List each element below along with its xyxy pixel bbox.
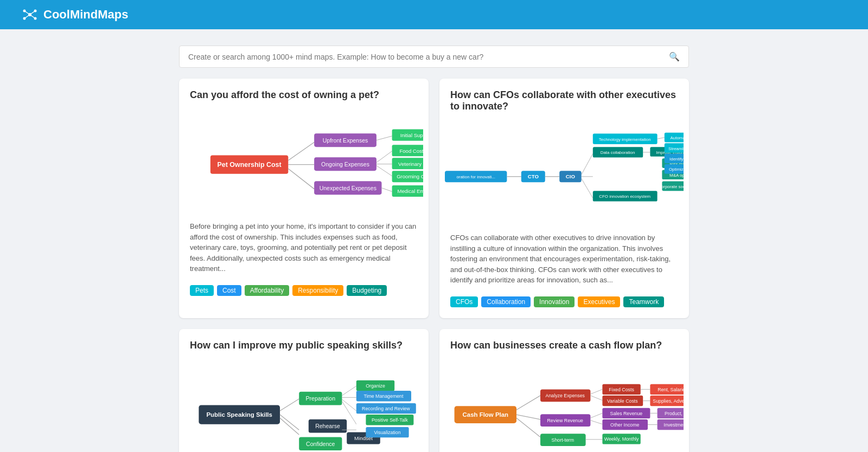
svg-line-27 xyxy=(376,166,392,176)
svg-line-102 xyxy=(516,418,540,437)
card-pet-tags: Pets Cost Affordability Responsibility B… xyxy=(179,280,429,307)
svg-text:Corporate social responsibili.: Corporate social responsibili... xyxy=(658,184,684,189)
svg-line-7 xyxy=(24,15,30,18)
svg-text:Unexpected Expenses: Unexpected Expenses xyxy=(320,185,376,191)
svg-line-13 xyxy=(288,169,314,189)
svg-text:Weekly, Monthly: Weekly, Monthly xyxy=(604,436,639,442)
svg-text:Technology implementation: Technology implementation xyxy=(599,137,651,142)
search-container: 🔍 xyxy=(168,46,700,68)
svg-text:CTO: CTO xyxy=(528,173,539,179)
card-cfo-desc: CFOs can collaborate with other executiv… xyxy=(439,226,689,291)
svg-line-105 xyxy=(590,389,602,394)
card-speaking-title: How can I improve my public speaking ski… xyxy=(179,329,429,357)
header: CoolMindMaps xyxy=(0,0,868,29)
svg-text:Confidence: Confidence xyxy=(306,441,335,447)
card-pet-desc: Before bringing a pet into your home, it… xyxy=(179,215,429,280)
card-cashflow-title: How can businesses create a cash flow pl… xyxy=(439,329,689,357)
card-cfo-diagram: oration for innovati... CTO CIO Technolo… xyxy=(439,118,689,226)
svg-line-6 xyxy=(30,11,35,15)
svg-line-125 xyxy=(590,420,602,424)
svg-text:Other Income: Other Income xyxy=(610,422,639,428)
svg-text:Rehearse: Rehearse xyxy=(315,422,340,429)
tag-responsibility[interactable]: Responsibility xyxy=(292,285,343,296)
svg-text:Grooming Costs: Grooming Costs xyxy=(397,173,423,179)
logo-icon xyxy=(22,7,38,23)
svg-text:Public Speaking Skills: Public Speaking Skills xyxy=(206,411,272,418)
svg-text:Medical Emergencies: Medical Emergencies xyxy=(397,188,423,194)
svg-line-88 xyxy=(280,418,299,435)
search-bar: 🔍 xyxy=(179,46,689,68)
card-pet-title: Can you afford the cost of owning a pet? xyxy=(179,79,429,106)
svg-line-73 xyxy=(280,415,299,430)
card-pet-diagram: Pet Ownership Cost Upfront Expenses Init… xyxy=(179,106,429,215)
card-speaking[interactable]: How can I improve my public speaking ski… xyxy=(179,329,429,453)
svg-text:oration for innovati...: oration for innovati... xyxy=(456,175,495,179)
svg-text:Rent, Salaries: Rent, Salaries xyxy=(658,386,684,392)
card-cashflow[interactable]: How can businesses create a cash flow pl… xyxy=(439,329,689,453)
svg-text:Cash Flow Plan: Cash Flow Plan xyxy=(463,411,509,418)
tag-executives[interactable]: Executives xyxy=(578,296,620,307)
cards-grid: Can you afford the cost of owning a pet?… xyxy=(168,79,700,452)
svg-text:Review Revenue: Review Revenue xyxy=(547,418,584,423)
tag-budgeting[interactable]: Budgeting xyxy=(347,285,387,296)
svg-text:Short-term: Short-term xyxy=(552,437,575,443)
svg-text:Data collaboration: Data collaboration xyxy=(601,150,635,155)
svg-text:CIO: CIO xyxy=(566,173,576,179)
search-input[interactable] xyxy=(188,53,669,61)
svg-text:Sales Revenue: Sales Revenue xyxy=(610,410,643,416)
svg-text:Preparation: Preparation xyxy=(306,395,336,401)
svg-text:Recording and Review: Recording and Review xyxy=(362,406,410,411)
svg-line-100 xyxy=(516,395,540,409)
svg-text:Pet Ownership Cost: Pet Ownership Cost xyxy=(218,161,282,169)
svg-line-5 xyxy=(24,11,30,15)
svg-text:Ongoing Expenses: Ongoing Expenses xyxy=(321,161,369,167)
svg-line-21 xyxy=(376,151,392,163)
svg-line-32 xyxy=(381,188,392,192)
search-icon: 🔍 xyxy=(669,51,680,62)
tag-innovation[interactable]: Innovation xyxy=(534,296,575,307)
card-pet[interactable]: Can you afford the cost of owning a pet?… xyxy=(179,79,429,318)
svg-text:Time Management: Time Management xyxy=(363,393,404,399)
card-cfo-tags: CFOs Collaboration Innovation Executives… xyxy=(439,291,689,318)
svg-line-16 xyxy=(376,136,392,140)
svg-line-11 xyxy=(288,143,314,160)
svg-text:Optimize bu...: Optimize bu... xyxy=(669,167,684,172)
svg-line-101 xyxy=(516,415,540,419)
svg-text:Food Costs: Food Costs xyxy=(399,148,423,154)
svg-text:Analyze Expenses: Analyze Expenses xyxy=(546,393,585,398)
card-speaking-diagram: Public Speaking Skills Preparation Organ… xyxy=(179,357,429,453)
tag-collaboration[interactable]: Collaboration xyxy=(481,296,531,307)
svg-text:Initial Supplies: Initial Supplies xyxy=(400,132,423,138)
logo-text: CoolMindMaps xyxy=(43,8,128,22)
svg-text:Veterinary Bills: Veterinary Bills xyxy=(398,161,423,167)
svg-text:Supplies, Advertising: Supplies, Advertising xyxy=(653,398,684,404)
card-cashflow-diagram: Cash Flow Plan Analyze Expenses Fixed Co… xyxy=(439,357,689,453)
logo[interactable]: CoolMindMaps xyxy=(22,7,128,23)
svg-line-43 xyxy=(582,154,593,175)
svg-text:Fixed Costs: Fixed Costs xyxy=(609,386,634,392)
svg-line-111 xyxy=(590,395,602,400)
svg-text:CFO innovation ecosystem: CFO innovation ecosystem xyxy=(599,194,650,199)
svg-line-48 xyxy=(658,138,665,139)
svg-text:Automation: Automation xyxy=(671,135,684,140)
svg-text:Identify oppo...: Identify oppo... xyxy=(669,157,684,162)
svg-text:Organize: Organize xyxy=(366,383,385,388)
card-cfo[interactable]: How can CFOs collaborate with other exec… xyxy=(439,79,689,318)
svg-line-45 xyxy=(582,178,593,198)
svg-line-76 xyxy=(342,386,356,396)
svg-text:Variable Costs: Variable Costs xyxy=(607,398,638,404)
tag-cost[interactable]: Cost xyxy=(217,285,241,296)
tag-cfos[interactable]: CFOs xyxy=(450,296,478,307)
svg-text:Positive Self-Talk: Positive Self-Talk xyxy=(372,417,409,423)
svg-line-119 xyxy=(590,413,602,418)
svg-text:Upfront Expenses: Upfront Expenses xyxy=(323,137,368,144)
tag-affordability[interactable]: Affordability xyxy=(245,285,289,296)
svg-text:Product, Service: Product, Service xyxy=(665,410,684,416)
svg-line-8 xyxy=(30,15,35,18)
svg-text:Visualization: Visualization xyxy=(374,430,400,435)
card-cfo-title: How can CFOs collaborate with other exec… xyxy=(439,79,689,118)
svg-text:Investments, Loans: Investments, Loans xyxy=(664,422,684,428)
tag-pets[interactable]: Pets xyxy=(190,285,214,296)
tag-teamwork[interactable]: Teamwork xyxy=(623,296,664,307)
svg-line-72 xyxy=(280,399,299,411)
